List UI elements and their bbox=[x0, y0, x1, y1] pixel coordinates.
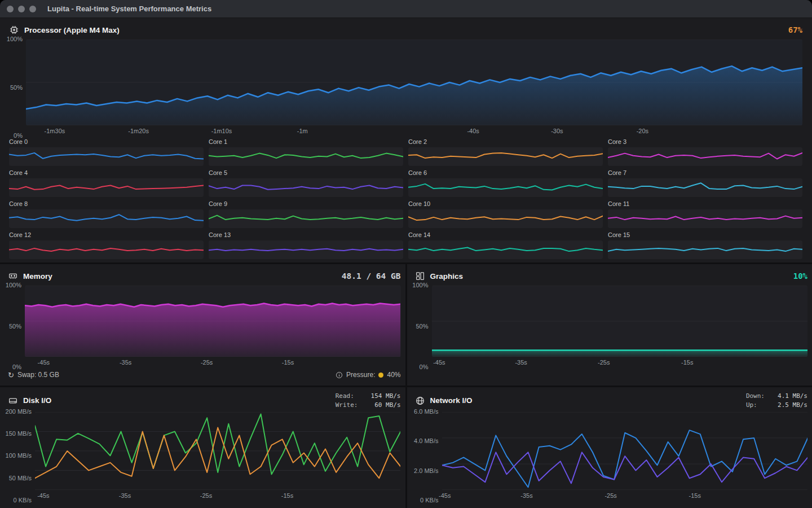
core-cell-6: Core 6 bbox=[408, 169, 603, 197]
x-axis-tick: -25s bbox=[201, 359, 213, 366]
y-axis-tick: 100% bbox=[6, 282, 21, 288]
y-axis-tick: 50% bbox=[416, 323, 428, 330]
memory-panel: Memory 48.1 / 64 GB 100%50%0% -45s-35s-2… bbox=[0, 264, 405, 386]
core-grid: Core 0Core 1Core 2Core 3Core 4Core 5Core… bbox=[9, 138, 802, 259]
disk-network-row: Disk I/O Read: 154 MB/s Write: 60 MB/s 2… bbox=[0, 387, 812, 508]
disk-x-axis: -45s-35s-25s-15s bbox=[35, 490, 401, 501]
y-axis-tick: 6.0 MB/s bbox=[414, 408, 438, 415]
core-chart bbox=[9, 178, 204, 197]
core-cell-0: Core 0 bbox=[9, 138, 204, 166]
swap-icon: ↻ bbox=[8, 371, 14, 379]
pressure-dot bbox=[378, 373, 383, 378]
core-cell-10: Core 10 bbox=[408, 200, 603, 228]
cpu-icon bbox=[9, 25, 19, 35]
net-up-label: Up: bbox=[746, 401, 765, 410]
x-axis-tick: -30s bbox=[551, 128, 563, 134]
minimize-button[interactable] bbox=[18, 6, 25, 12]
x-axis-tick: -25s bbox=[598, 359, 610, 366]
y-axis-tick: 100 MB/s bbox=[6, 453, 32, 459]
core-chart bbox=[209, 209, 403, 228]
x-axis-tick: -15s bbox=[689, 492, 701, 499]
y-axis-tick: 150 MB/s bbox=[6, 431, 32, 437]
core-chart bbox=[608, 147, 802, 166]
cpu-chart-row: 100%50%0% -1m30s-1m20s-1m10s-1m-40s-30s-… bbox=[9, 40, 802, 136]
y-axis-tick: 100% bbox=[412, 282, 428, 288]
x-axis-tick: -15s bbox=[681, 359, 693, 366]
disk-header: Disk I/O Read: 154 MB/s Write: 60 MB/s bbox=[8, 392, 401, 410]
gpu-usage-value: 10% bbox=[793, 271, 807, 281]
cpu-history-chart bbox=[26, 40, 802, 125]
memory-footer: ↻ Swap: 0.5 GB Pressure: 40% bbox=[8, 369, 401, 381]
y-axis-tick: 4.0 MB/s bbox=[414, 438, 438, 445]
core-cell-9: Core 9 bbox=[209, 200, 403, 228]
processor-panel: Processor (Apple M4 Max) 67% 100%50%0% -… bbox=[0, 18, 812, 262]
processor-title: Processor (Apple M4 Max) bbox=[24, 26, 120, 34]
memory-icon bbox=[8, 271, 18, 281]
network-io-chart bbox=[442, 412, 808, 490]
core-label: Core 9 bbox=[209, 200, 403, 209]
x-axis-tick: -1m20s bbox=[128, 128, 149, 134]
disk-read-label: Read: bbox=[336, 392, 358, 401]
x-axis-tick: -35s bbox=[120, 359, 131, 366]
core-cell-1: Core 1 bbox=[209, 138, 403, 166]
y-axis-tick: 0% bbox=[12, 364, 21, 370]
core-label: Core 1 bbox=[209, 138, 403, 147]
core-chart bbox=[608, 240, 802, 259]
disk-write-label: Write: bbox=[336, 401, 358, 410]
y-axis-tick: 50% bbox=[9, 323, 21, 330]
cpu-usage-value: 67% bbox=[788, 25, 802, 34]
core-cell-11: Core 11 bbox=[608, 200, 802, 228]
core-label: Core 14 bbox=[408, 231, 603, 240]
cpu-x-axis: -1m30s-1m20s-1m10s-1m-40s-30s-20s bbox=[26, 125, 802, 136]
x-axis-tick: -45s bbox=[439, 492, 451, 499]
core-chart bbox=[9, 240, 204, 259]
disk-read-value: 154 MB/s bbox=[364, 392, 401, 401]
network-y-axis: 6.0 MB/s4.0 MB/s2.0 MB/s0 KB/s bbox=[415, 412, 442, 501]
window-title: Lupita - Real-time System Performance Me… bbox=[47, 5, 211, 13]
close-button[interactable] bbox=[7, 6, 14, 12]
y-axis-tick: 50 MB/s bbox=[9, 475, 32, 481]
globe-icon bbox=[415, 396, 425, 406]
swap-label: Swap: 0.5 GB bbox=[17, 371, 59, 379]
x-axis-tick: -45s bbox=[38, 359, 50, 366]
titlebar[interactable]: Lupita - Real-time System Performance Me… bbox=[0, 0, 812, 18]
x-axis-tick: -15s bbox=[281, 492, 293, 499]
core-chart bbox=[408, 209, 603, 228]
memory-title: Memory bbox=[23, 272, 52, 281]
core-label: Core 6 bbox=[408, 169, 603, 178]
pressure-label: Pressure: bbox=[346, 371, 375, 379]
core-label: Core 11 bbox=[608, 200, 802, 209]
x-axis-tick: -1m30s bbox=[45, 128, 65, 134]
graphics-chart-row: 100%50%0% -45s-35s-25s-15s bbox=[415, 286, 808, 367]
disk-panel: Disk I/O Read: 154 MB/s Write: 60 MB/s 2… bbox=[0, 387, 405, 508]
traffic-lights bbox=[0, 6, 42, 12]
gpu-icon bbox=[415, 271, 425, 281]
x-axis-tick: -45s bbox=[433, 359, 445, 366]
core-chart bbox=[209, 147, 403, 166]
zoom-button[interactable] bbox=[29, 6, 36, 12]
core-label: Core 15 bbox=[608, 231, 802, 240]
disk-io-chart bbox=[35, 412, 401, 490]
core-label: Core 0 bbox=[9, 138, 204, 147]
core-chart bbox=[9, 209, 204, 228]
network-stats: Down: 4.1 MB/s Up: 2.5 MB/s bbox=[746, 392, 807, 410]
core-cell-12: Core 12 bbox=[9, 231, 204, 259]
y-axis-tick: 50% bbox=[10, 84, 23, 91]
memory-x-axis: -45s-35s-25s-15s bbox=[25, 357, 401, 367]
core-chart bbox=[209, 240, 403, 259]
graphics-panel: Graphics 10% 100%50%0% -45s-35s-25s-15s bbox=[407, 264, 812, 386]
y-axis-tick: 2.0 MB/s bbox=[414, 467, 438, 474]
disk-y-axis: 200 MB/s150 MB/s100 MB/s50 MB/s0 KB/s bbox=[8, 412, 35, 501]
core-chart bbox=[209, 178, 403, 197]
pressure-value: 40% bbox=[387, 371, 400, 379]
core-cell-5: Core 5 bbox=[209, 169, 403, 197]
graphics-history-chart bbox=[432, 286, 808, 357]
y-axis-tick: 0 KB/s bbox=[14, 497, 32, 503]
memory-y-axis: 100%50%0% bbox=[8, 286, 25, 367]
core-label: Core 5 bbox=[209, 169, 403, 178]
core-cell-2: Core 2 bbox=[408, 138, 603, 166]
network-title: Network I/O bbox=[430, 396, 473, 405]
info-icon bbox=[336, 371, 343, 379]
disk-chart-row: 200 MB/s150 MB/s100 MB/s50 MB/s0 KB/s -4… bbox=[8, 412, 401, 501]
net-down-value: 4.1 MB/s bbox=[770, 392, 807, 401]
